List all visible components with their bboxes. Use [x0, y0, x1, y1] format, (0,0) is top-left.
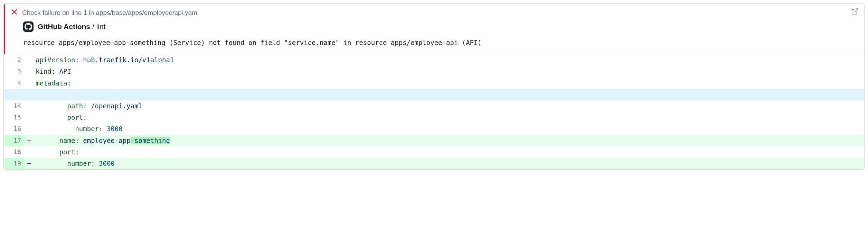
code-content: number: 3000: [34, 123, 864, 135]
expand-annotation-icon[interactable]: [851, 8, 859, 17]
code-line: 2apiVersion: hub.traefik.io/v1alpha1: [4, 54, 864, 66]
diff-marker: [25, 89, 34, 100]
line-number[interactable]: 18: [4, 146, 25, 158]
failure-x-icon: [11, 9, 17, 17]
line-number[interactable]: 3: [4, 66, 25, 77]
annotation-source: GitHub Actions / lint: [38, 22, 105, 31]
line-number[interactable]: [4, 89, 25, 100]
code-line: 3kind: API: [4, 66, 864, 77]
code-content: metadata:: [34, 78, 864, 89]
diff-marker: [25, 112, 34, 123]
diff-marker: [25, 54, 34, 66]
diff-marker: [25, 123, 34, 135]
diff-code-table: 2apiVersion: hub.traefik.io/v1alpha13kin…: [4, 54, 864, 169]
code-content: [34, 89, 864, 100]
diff-marker: [25, 66, 34, 77]
code-content: name: employee-app-something: [34, 135, 864, 146]
diff-annotation-container: Check failure on line 1 in apps/base/app…: [3, 3, 865, 170]
code-content: port:: [34, 112, 864, 123]
diff-marker: [25, 146, 34, 158]
diff-marker: +: [25, 135, 34, 146]
line-number[interactable]: 14: [4, 100, 25, 112]
code-content: path: /openapi.yaml: [34, 100, 864, 112]
annotation-header-text: Check failure on line 1 in apps/base/app…: [22, 9, 199, 17]
line-number[interactable]: 19: [4, 158, 25, 169]
line-number[interactable]: 15: [4, 112, 25, 123]
annotation-header: Check failure on line 1 in apps/base/app…: [11, 9, 858, 17]
code-line: 14 path: /openapi.yaml: [4, 100, 864, 112]
code-content: port:: [34, 146, 864, 158]
annotation-source-check: lint: [96, 22, 106, 30]
line-number[interactable]: 2: [4, 54, 25, 66]
code-content: kind: API: [34, 66, 864, 77]
line-number[interactable]: 17: [4, 135, 25, 146]
code-line: [4, 89, 864, 100]
diff-marker: +: [25, 158, 34, 169]
annotation-source-row: GitHub Actions / lint: [23, 21, 858, 32]
annotation-message: resource apps/employee-app-something (Se…: [23, 39, 858, 46]
code-line: 17+ name: employee-app-something: [4, 135, 864, 146]
diff-marker: [25, 100, 34, 112]
code-line: 15 port:: [4, 112, 864, 123]
annotation-source-sep: /: [90, 22, 96, 30]
code-line: 4metadata:: [4, 78, 864, 89]
annotation-source-app: GitHub Actions: [38, 22, 90, 30]
code-line: 16 number: 3000: [4, 123, 864, 135]
check-annotation: Check failure on line 1 in apps/base/app…: [4, 4, 864, 54]
line-number[interactable]: 4: [4, 78, 25, 89]
github-logo-icon: [23, 21, 34, 32]
diff-tbody: 2apiVersion: hub.traefik.io/v1alpha13kin…: [4, 54, 864, 170]
code-line: 19+ number: 3000: [4, 158, 864, 169]
line-number[interactable]: 16: [4, 123, 25, 135]
code-line: 18 port:: [4, 146, 864, 158]
code-content: apiVersion: hub.traefik.io/v1alpha1: [34, 54, 864, 66]
code-content: number: 3000: [34, 158, 864, 169]
diff-marker: [25, 78, 34, 89]
